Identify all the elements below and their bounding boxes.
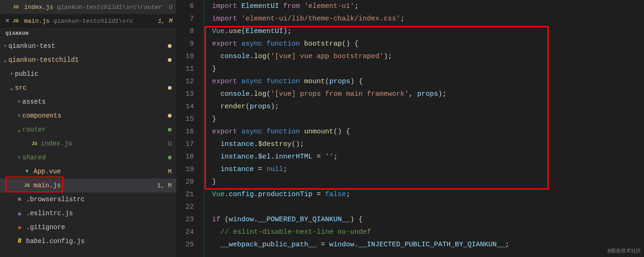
line-number: 11	[177, 63, 194, 75]
tree-item-label: router	[22, 126, 168, 133]
tab-filename: index.js	[24, 4, 53, 11]
line-number: 10	[177, 50, 194, 63]
vue-file-icon: ▼	[22, 168, 32, 175]
git-status-dot	[168, 86, 172, 90]
code-line[interactable]: if (window.__POWERED_BY_QIANKUN__) {	[212, 213, 644, 226]
tree-item-label: assets	[22, 98, 172, 105]
tree-item[interactable]: Bbabel.config.js	[0, 234, 176, 248]
code-area[interactable]: import ElementUI from 'element-ui';impor…	[205, 0, 644, 257]
explorer-section-title: QIANKUN	[0, 28, 176, 39]
tree-item[interactable]: ›components	[0, 109, 176, 123]
tree-item[interactable]: ›public	[0, 67, 176, 81]
line-number: 24	[177, 226, 194, 238]
chevron-right-icon[interactable]: ›	[8, 71, 15, 77]
chevron-down-icon[interactable]: ⌄	[16, 126, 22, 133]
editor-tab[interactable]: JSindex.jsqiankun-testchild1\src\routerU	[0, 0, 176, 14]
code-line[interactable]	[212, 201, 644, 213]
babel-icon: B	[15, 238, 24, 244]
tree-item-label: qiankun-test	[8, 42, 168, 50]
line-number: 9	[177, 38, 194, 50]
code-line[interactable]: __webpack_public_path__ = window.__INJEC…	[212, 238, 644, 251]
code-line[interactable]: console.log('[vue] vue app bootstraped')…	[212, 50, 644, 63]
code-line[interactable]: Vue.config.productionTip = false;	[212, 188, 644, 201]
close-icon[interactable]: ×	[4, 17, 11, 25]
code-line[interactable]: }	[212, 63, 644, 75]
line-number: 25	[177, 238, 194, 251]
code-line[interactable]: }	[212, 176, 644, 188]
code-line[interactable]: Vue.use(ElementUI);	[212, 25, 644, 38]
chevron-down-icon[interactable]: ⌄	[8, 85, 15, 92]
git-status-dot	[168, 156, 172, 159]
tree-item-label: .gitignore	[26, 224, 172, 231]
js-file-icon: JS	[22, 183, 32, 188]
tree-item[interactable]: ›assets	[0, 95, 176, 109]
tree-item-label: .browserslistrc	[26, 196, 172, 203]
git-status-dot	[168, 58, 172, 62]
chevron-down-icon[interactable]: ⌄	[2, 57, 8, 64]
tree-item-label: src	[15, 84, 168, 92]
tab-git-status: U	[169, 4, 173, 11]
git-status-letter: U	[168, 140, 172, 147]
open-editors-tabs: JSindex.jsqiankun-testchild1\src\routerU…	[0, 0, 176, 28]
tree-item[interactable]: ›qiankun-test	[0, 39, 176, 53]
git-status-dot	[168, 128, 172, 132]
tree-item-label: components	[22, 112, 168, 119]
tree-item[interactable]: ◉.eslintrc.js	[0, 206, 176, 220]
tree-item[interactable]: ⌄src	[0, 81, 176, 95]
tree-item[interactable]: ›shared	[0, 151, 176, 165]
sidebar: JSindex.jsqiankun-testchild1\src\routerU…	[0, 0, 177, 257]
tree-item[interactable]: JSindex.jsU	[0, 137, 176, 151]
git-status-dot	[168, 44, 172, 48]
git-status-dot	[168, 114, 172, 118]
code-line[interactable]: export async function mount(props) {	[212, 75, 644, 88]
tab-filepath: qiankun-testchild1\src	[53, 18, 158, 25]
tab-filename: main.js	[24, 18, 50, 25]
editor-tab[interactable]: ×JSmain.jsqiankun-testchild1\src1, M	[0, 14, 176, 28]
tree-item-label: qiankun-testchild1	[8, 56, 168, 64]
code-line[interactable]: }	[212, 113, 644, 125]
chevron-right-icon[interactable]: ›	[16, 154, 22, 161]
tree-item[interactable]: ◆.gitignore	[0, 220, 176, 234]
line-number: 19	[177, 163, 194, 176]
tree-item-label: .eslintrc.js	[26, 210, 172, 217]
tree-item[interactable]: ≡.browserslistrc	[0, 192, 176, 206]
js-file-icon: JS	[13, 19, 21, 24]
code-line[interactable]: instance = null;	[212, 163, 644, 176]
tree-item[interactable]: ⌄router	[0, 123, 176, 137]
tree-item-label: index.js	[41, 140, 168, 147]
line-number: 21	[177, 188, 194, 201]
code-line[interactable]: import ElementUI from 'element-ui';	[212, 0, 644, 13]
code-line[interactable]: instance.$el.innerHTML = '';	[212, 151, 644, 163]
code-line[interactable]: console.log('[vue] props from main frame…	[212, 88, 644, 100]
eslint-icon: ◉	[15, 211, 24, 217]
tree-item[interactable]: ▼App.vueM	[0, 165, 176, 178]
editor-pane[interactable]: 678910111213141516171819202122232425 imp…	[177, 0, 644, 257]
line-number-gutter: 678910111213141516171819202122232425	[177, 0, 205, 257]
chevron-right-icon[interactable]: ›	[2, 43, 8, 49]
line-number: 22	[177, 201, 194, 213]
js-file-icon: JS	[13, 5, 21, 10]
code-line[interactable]: render(props);	[212, 100, 644, 113]
tree-item-label: public	[15, 70, 172, 78]
code-line[interactable]: import 'element-ui/lib/theme-chalk/index…	[212, 13, 644, 25]
tree-item[interactable]: JSmain.js1, M	[0, 178, 176, 192]
chevron-right-icon[interactable]: ›	[16, 99, 22, 105]
git-status-letter: 1, M	[157, 182, 172, 189]
tree-item-label: main.js	[33, 182, 157, 189]
tree-item-label: shared	[22, 154, 168, 161]
git-status-letter: M	[168, 168, 172, 175]
code-line[interactable]: instance.$destroy();	[212, 138, 644, 151]
code-line[interactable]: export async function unmount() {	[212, 125, 644, 138]
code-line[interactable]: // eslint-disable-next-line no-undef	[212, 226, 644, 238]
git-icon: ◆	[15, 224, 24, 231]
chevron-right-icon[interactable]: ›	[16, 112, 22, 119]
line-number: 20	[177, 176, 194, 188]
line-number: 17	[177, 138, 194, 151]
code-line[interactable]: export async function bootstrap() {	[212, 38, 644, 50]
line-number: 6	[177, 0, 194, 13]
file-tree: ›qiankun-test⌄qiankun-testchild1›public⌄…	[0, 39, 176, 257]
line-number: 12	[177, 75, 194, 88]
tree-item[interactable]: ⌄qiankun-testchild1	[0, 53, 176, 67]
line-number: 14	[177, 100, 194, 113]
js-file-icon: JS	[30, 141, 39, 146]
